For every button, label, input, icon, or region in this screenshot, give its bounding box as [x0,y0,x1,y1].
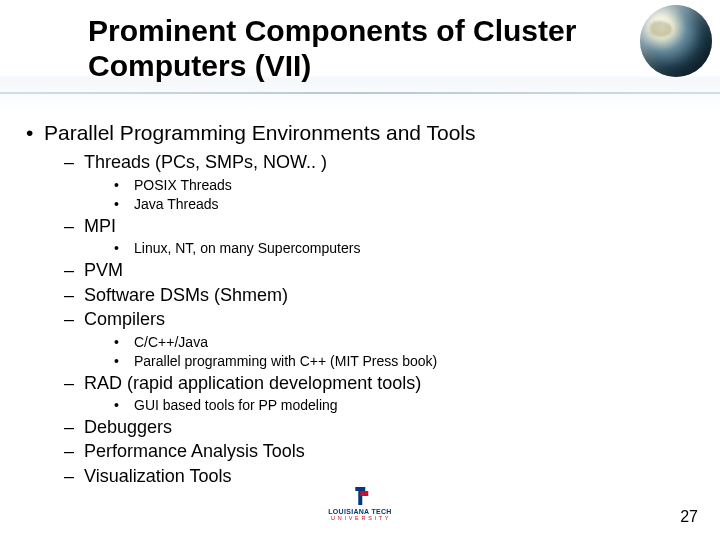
title-underline [0,92,720,94]
bullet-l1: Parallel Programming Environments and To… [22,120,702,146]
bullet-l3: C/C++/Java [22,334,702,352]
page-number: 27 [680,508,698,526]
bullet-l2: MPI [22,216,702,238]
bullet-l2: Software DSMs (Shmem) [22,285,702,307]
bullet-l3: POSIX Threads [22,177,702,195]
bullet-l2: Threads (PCs, SMPs, NOW.. ) [22,152,702,174]
bullet-l2: RAD (rapid application development tools… [22,373,702,395]
globe-icon [640,5,712,77]
bullet-l3: Parallel programming with C++ (MIT Press… [22,353,702,371]
bullet-l2: Debuggers [22,417,702,439]
bullet-l3: GUI based tools for PP modeling [22,397,702,415]
logo-icon [349,487,371,507]
bullet-l2: PVM [22,260,702,282]
bullet-l2: Performance Analysis Tools [22,441,702,463]
content-body: Parallel Programming Environments and To… [22,120,702,491]
logo-text: LOUISIANA TECH [328,508,391,515]
bullet-l3: Linux, NT, on many Supercomputers [22,240,702,258]
bullet-l3: Java Threads [22,196,702,214]
university-logo: LOUISIANA TECH U N I V E R S I T Y [328,487,391,522]
slide-title: Prominent Components of Cluster Computer… [88,14,608,83]
slide: Prominent Components of Cluster Computer… [0,0,720,540]
bullet-l2: Visualization Tools [22,466,702,488]
bullet-l2: Compilers [22,309,702,331]
logo-subtext: U N I V E R S I T Y [328,515,391,522]
